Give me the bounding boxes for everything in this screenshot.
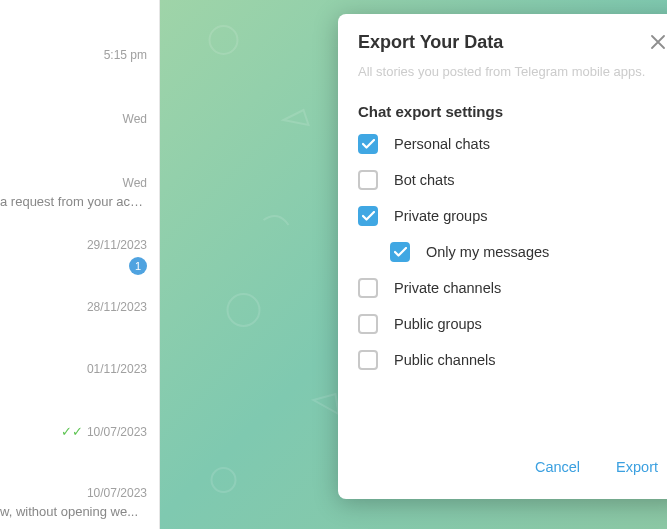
checkbox-checked-icon[interactable]	[358, 134, 378, 154]
chat-time[interactable]: 28/11/2023	[87, 300, 147, 314]
export-option-row[interactable]: Bot chats	[358, 170, 667, 190]
export-option-row[interactable]: Public channels	[358, 350, 667, 370]
export-option-label: Public channels	[394, 352, 496, 368]
chat-time-label: 10/07/2023	[87, 425, 147, 439]
chat-preview[interactable]: a request from your acc...	[0, 194, 147, 209]
checkbox-unchecked-icon[interactable]	[358, 170, 378, 190]
checkbox-checked-icon[interactable]	[390, 242, 410, 262]
export-option-row[interactable]: Private groups	[358, 206, 667, 226]
chat-preview[interactable]: w, without opening we...	[0, 504, 147, 519]
chat-time-label: 5:15 pm	[104, 48, 147, 62]
export-option-row[interactable]: Public groups	[358, 314, 667, 334]
export-option-row[interactable]: Only my messages	[358, 242, 667, 262]
export-option-label: Public groups	[394, 316, 482, 332]
chat-main-area: a chat to start messa Export Your Data A…	[160, 0, 667, 529]
modal-header: Export Your Data	[338, 14, 667, 64]
chat-time-label: 10/07/2023	[87, 486, 147, 500]
chat-time-label: 29/11/2023	[87, 238, 147, 252]
export-button[interactable]: Export	[612, 453, 662, 481]
chat-time-label: Wed	[123, 176, 147, 190]
export-option-label: Personal chats	[394, 136, 490, 152]
export-option-label: Only my messages	[426, 244, 549, 260]
close-icon[interactable]	[646, 30, 667, 54]
export-option-label: Private groups	[394, 208, 488, 224]
checkbox-unchecked-icon[interactable]	[358, 314, 378, 334]
modal-body[interactable]: All stories you posted from Telegram mob…	[338, 64, 667, 441]
checkbox-checked-icon[interactable]	[358, 206, 378, 226]
previous-section-fade: All stories you posted from Telegram mob…	[358, 64, 667, 79]
cancel-button[interactable]: Cancel	[531, 453, 584, 481]
chat-time[interactable]: ✓✓10/07/2023	[61, 424, 147, 439]
chat-time[interactable]: 5:15 pm	[104, 48, 147, 62]
export-option-label: Bot chats	[394, 172, 454, 188]
svg-point-6	[212, 468, 236, 492]
chat-time[interactable]: Wed	[123, 112, 147, 126]
checkbox-unchecked-icon[interactable]	[358, 350, 378, 370]
checkbox-unchecked-icon[interactable]	[358, 278, 378, 298]
export-data-modal: Export Your Data All stories you posted …	[338, 14, 667, 499]
modal-title: Export Your Data	[358, 32, 503, 53]
section-title: Chat export settings	[358, 103, 667, 120]
svg-point-0	[210, 26, 238, 54]
unread-badge: 1	[129, 257, 147, 275]
modal-footer: Cancel Export	[338, 441, 667, 499]
chat-time-label: 01/11/2023	[87, 362, 147, 376]
chat-time[interactable]: 01/11/2023	[87, 362, 147, 376]
chat-time-label: 28/11/2023	[87, 300, 147, 314]
chat-list-sidebar: 5:15 pmWedWeda request from your acc...2…	[0, 0, 160, 529]
chat-time[interactable]: 10/07/2023	[87, 486, 147, 500]
export-option-row[interactable]: Personal chats	[358, 134, 667, 154]
export-option-label: Private channels	[394, 280, 501, 296]
export-option-row[interactable]: Private channels	[358, 278, 667, 298]
chat-time[interactable]: 29/11/2023	[87, 238, 147, 252]
chat-time-label: Wed	[123, 112, 147, 126]
svg-point-3	[228, 294, 260, 326]
read-check-icon: ✓✓	[61, 424, 83, 439]
chat-time[interactable]: Wed	[123, 176, 147, 190]
